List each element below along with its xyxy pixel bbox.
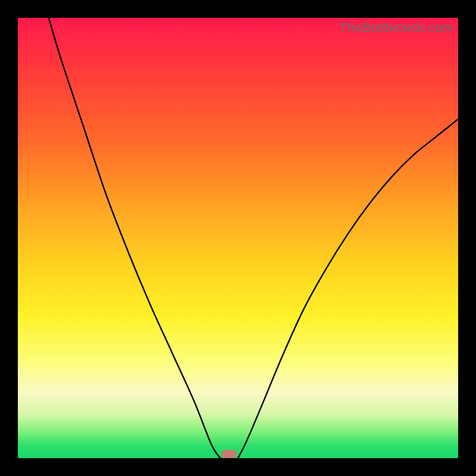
curve-left-branch	[49, 18, 221, 458]
curve-layer	[18, 18, 458, 458]
plot-area: TheBottleneck.com	[18, 18, 458, 458]
bottleneck-marker	[221, 450, 237, 458]
chart-frame: TheBottleneck.com	[0, 0, 476, 476]
curve-right-branch	[238, 119, 458, 458]
